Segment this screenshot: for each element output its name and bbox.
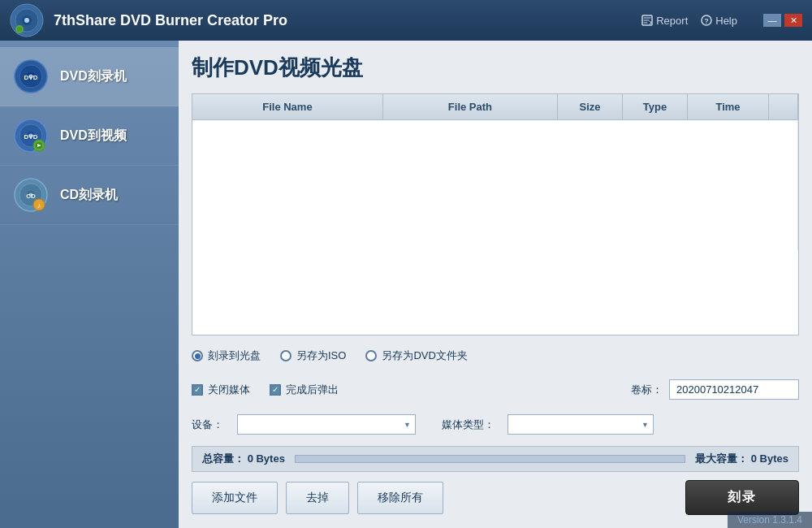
checkbox-close-media[interactable]: ✓ 关闭媒体 — [192, 383, 250, 397]
report-button[interactable]: Report — [641, 15, 688, 27]
device-select-wrapper — [237, 414, 416, 435]
version-text: Version 1.3.1.4 — [737, 514, 802, 526]
page-title: 制作DVD视频光盘 — [192, 54, 799, 82]
volume-label-text: 卷标： — [631, 383, 663, 397]
radio-burn-disc[interactable]: 刻录到光盘 — [192, 348, 261, 363]
capacity-bar — [295, 455, 685, 463]
sidebar-item-dvd-video[interactable]: DVD DVD到视频 — [0, 106, 179, 166]
help-icon: ? — [701, 15, 712, 26]
page-title-bold: DVD视频光盘 — [234, 55, 363, 80]
volume-label-area: 卷标： — [631, 379, 799, 400]
col-type: Type — [623, 94, 688, 120]
col-filename: File Name — [192, 94, 382, 120]
radio-burn-disc-label: 刻录到光盘 — [208, 348, 261, 363]
media-type-label-text: 媒体类型： — [442, 418, 495, 432]
checkbox-close-media-label: 关闭媒体 — [208, 383, 250, 397]
svg-text:?: ? — [705, 17, 710, 25]
svg-text:CD: CD — [26, 193, 36, 200]
sidebar-label-cd-burner: CD刻录机 — [60, 187, 118, 204]
device-label-text: 设备： — [192, 418, 224, 432]
sidebar-label-dvd-burner: DVD刻录机 — [60, 68, 127, 85]
checkbox-close-media-box: ✓ — [192, 384, 203, 396]
radio-options-row: 刻录到光盘 另存为ISO 另存为DVD文件夹 — [192, 344, 799, 368]
radio-save-iso-label: 另存为ISO — [296, 348, 346, 363]
svg-text:DVD: DVD — [24, 74, 38, 81]
remove-button[interactable]: 去掉 — [286, 482, 349, 514]
checkbox-row: ✓ 关闭媒体 ✓ 完成后弹出 卷标： — [192, 376, 799, 403]
burn-button[interactable]: 刻录 — [685, 480, 799, 515]
radio-burn-disc-indicator — [192, 350, 203, 361]
app-title: 7thShare DVD Burner Creator Pro — [54, 12, 641, 29]
radio-save-dvd-folder[interactable]: 另存为DVD文件夹 — [365, 348, 467, 363]
svg-point-3 — [24, 18, 29, 23]
sidebar-item-dvd-burner[interactable]: DVD DVD刻录机 — [0, 47, 179, 106]
page-title-prefix: 制作 — [192, 55, 234, 80]
content-area: 制作DVD视频光盘 File Name File Path Size Type … — [179, 41, 812, 528]
main-layout: DVD DVD刻录机 DVD DVD到视频 — [0, 41, 812, 528]
checkbox-popup-after[interactable]: ✓ 完成后弹出 — [270, 383, 339, 397]
title-bar: 7thShare DVD Burner Creator Pro Report ?… — [0, 0, 812, 41]
col-time: Time — [688, 94, 769, 120]
col-action — [769, 94, 798, 120]
radio-save-dvd-folder-label: 另存为DVD文件夹 — [382, 348, 467, 363]
add-file-button[interactable]: 添加文件 — [192, 482, 278, 514]
svg-text:♪: ♪ — [37, 201, 41, 210]
help-button[interactable]: ? Help — [701, 15, 737, 27]
media-type-select[interactable] — [508, 414, 654, 435]
checkbox-popup-after-label: 完成后弹出 — [286, 383, 339, 397]
bottom-buttons: 添加文件 去掉 移除所有 刻录 — [192, 480, 799, 515]
cd-burner-icon: CD ♪ — [13, 177, 49, 213]
radio-save-dvd-folder-indicator — [365, 350, 377, 361]
report-icon — [641, 15, 653, 26]
sidebar: DVD DVD刻录机 DVD DVD到视频 — [0, 41, 179, 528]
sidebar-label-dvd-video: DVD到视频 — [60, 128, 127, 145]
version-bar: Version 1.3.1.4 — [728, 512, 812, 528]
close-button[interactable]: ✕ — [784, 14, 802, 27]
col-size: Size — [558, 94, 623, 120]
file-table-body — [192, 120, 798, 250]
capacity-row: 总容量： 0 Bytes 最大容量： 0 Bytes — [192, 446, 799, 472]
remove-all-button[interactable]: 移除所有 — [357, 482, 443, 514]
radio-save-iso-indicator — [280, 350, 292, 361]
capacity-max-label: 最大容量： 0 Bytes — [695, 452, 788, 466]
dvd-burner-icon: DVD — [13, 58, 49, 94]
minimize-button[interactable]: — — [763, 14, 781, 27]
radio-save-iso[interactable]: 另存为ISO — [280, 348, 346, 363]
device-row: 设备： 媒体类型： — [192, 411, 799, 438]
dvd-video-icon: DVD — [13, 118, 49, 154]
media-type-select-wrapper — [508, 414, 654, 435]
svg-text:DVD: DVD — [24, 133, 38, 141]
header-controls: Report ? Help — ✕ — [641, 14, 802, 27]
app-logo — [10, 3, 44, 37]
file-table: File Name File Path Size Type Time — [192, 94, 798, 250]
col-filepath: File Path — [382, 94, 557, 120]
volume-input[interactable] — [669, 379, 799, 400]
device-select[interactable] — [237, 414, 416, 435]
checkbox-popup-after-box: ✓ — [270, 384, 281, 396]
sidebar-item-cd-burner[interactable]: CD ♪ CD刻录机 — [0, 166, 179, 225]
window-controls: — ✕ — [763, 14, 802, 27]
svg-point-5 — [17, 27, 22, 32]
empty-row — [192, 120, 798, 250]
file-table-container: File Name File Path Size Type Time — [192, 93, 799, 335]
capacity-total-label: 总容量： 0 Bytes — [202, 452, 285, 466]
